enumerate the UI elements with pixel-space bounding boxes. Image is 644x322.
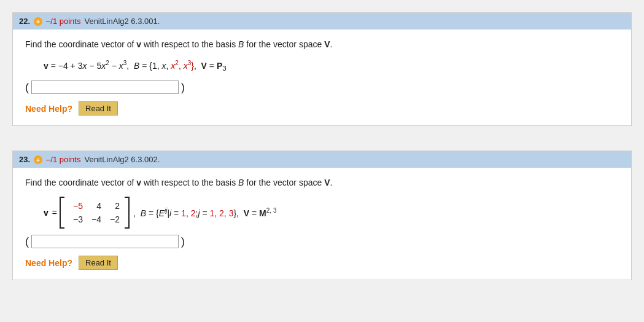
matrix-cell-0-1: 4 — [85, 200, 104, 212]
open-paren-23: ( — [25, 235, 29, 248]
problem-23-instruction: Find the coordinate vector of v with res… — [25, 176, 619, 189]
vector-label-23: v — [44, 208, 48, 218]
problem-22-points: –/1 points — [46, 17, 80, 26]
problem-22: 22. + –/1 points VenitLinAlg2 6.3.001. F… — [12, 12, 632, 126]
problem-22-header: 22. + –/1 points VenitLinAlg2 6.3.001. — [13, 13, 631, 29]
matrix-cell-1-1: −4 — [85, 213, 104, 226]
matrix-cell-0-2: 2 — [104, 200, 122, 212]
matrix-cell-0-0: −5 — [67, 200, 85, 212]
problem-23-help-row: Need Help? Read It — [25, 256, 619, 270]
basis-text-23: , B = {Eij|i = 1, 2;j = 1, 2, 3}, V = M2… — [133, 207, 276, 218]
close-paren-22: ) — [181, 81, 185, 94]
matrix-bracket-left-23 — [60, 197, 64, 229]
problem-23-source: VenitLinAlg2 6.3.002. — [84, 155, 160, 164]
need-help-label-22: Need Help? — [25, 104, 72, 114]
problem-22-body: Find the coordinate vector of v with res… — [13, 29, 631, 125]
problem-22-instruction: Find the coordinate vector of v with res… — [25, 38, 619, 51]
answer-input-23[interactable] — [31, 235, 179, 248]
need-help-label-23: Need Help? — [25, 258, 72, 268]
read-it-button-23[interactable]: Read It — [79, 256, 118, 270]
problem-23-answer-row: ( ) — [25, 235, 619, 248]
answer-input-22[interactable] — [31, 80, 179, 94]
spacer — [0, 132, 644, 144]
problem-23-header: 23. + –/1 points VenitLinAlg2 6.3.002. — [13, 151, 631, 168]
plus-icon-23: + — [34, 155, 42, 164]
problem-23-matrix-container: v = −5 4 2 −3 −4 −2 , B = {Eij|i = 1, 2;… — [44, 197, 276, 229]
problem-22-answer-row: ( ) — [25, 80, 619, 94]
problem-22-help-row: Need Help? Read It — [25, 101, 619, 116]
equals-sign-23: = — [52, 208, 57, 218]
read-it-button-22[interactable]: Read It — [79, 101, 118, 116]
matrix-cell-1-2: −2 — [104, 213, 122, 226]
plus-icon-22: + — [34, 17, 42, 26]
problem-23-number: 23. — [19, 155, 30, 164]
matrix-bracket-right-23 — [125, 197, 130, 229]
problem-22-math: v = −4 + 3x − 5x2 − x3, B = {1, x, x2, x… — [44, 58, 619, 74]
open-paren-22: ( — [25, 81, 29, 94]
problem-23: 23. + –/1 points VenitLinAlg2 6.3.002. F… — [12, 151, 632, 280]
problem-23-points: –/1 points — [46, 155, 80, 164]
problem-22-source: VenitLinAlg2 6.3.001. — [84, 17, 160, 26]
problem-23-body: Find the coordinate vector of v with res… — [13, 168, 631, 280]
close-paren-23: ) — [181, 235, 185, 248]
matrix-values-23: −5 4 2 −3 −4 −2 — [67, 200, 122, 226]
matrix-cell-1-0: −3 — [67, 213, 85, 226]
problem-22-number: 22. — [19, 17, 30, 26]
